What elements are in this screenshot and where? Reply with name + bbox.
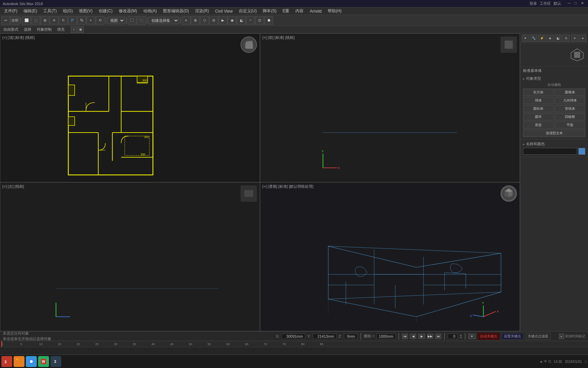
viewport-top[interactable]: [+] [顶] [标准] [线框] bbox=[0, 33, 260, 182]
menu-tools[interactable]: 工具(T) bbox=[40, 7, 59, 15]
pyramid-btn[interactable]: 四棱锥 bbox=[555, 113, 586, 121]
color-swatch[interactable] bbox=[578, 148, 585, 155]
xref-btn[interactable]: ⬢ bbox=[264, 16, 273, 25]
menu-e[interactable]: E重 bbox=[280, 7, 292, 15]
hierarchy-panel-btn[interactable]: ⚡ bbox=[538, 34, 545, 42]
curve-btn[interactable]: ~ bbox=[246, 16, 255, 25]
viewport-front[interactable]: [+] [前] [标准] [线框] X Y bbox=[260, 33, 520, 182]
frame-down-btn[interactable]: ▼ bbox=[460, 336, 462, 339]
taskbar-3dsmax-icon[interactable]: 3 bbox=[1, 356, 12, 367]
text-btn[interactable]: 加强型文本 bbox=[523, 129, 585, 137]
menu-file[interactable]: 文件(F) bbox=[1, 7, 20, 15]
undo-btn[interactable]: ↩ bbox=[1, 16, 10, 25]
help-btn[interactable]: 默认 bbox=[554, 1, 561, 6]
percent-btn[interactable]: % bbox=[77, 16, 86, 25]
menu-render[interactable]: 渲染(R) bbox=[192, 7, 212, 15]
show-desktop-btn[interactable]: □ bbox=[585, 360, 587, 364]
plane-btn[interactable]: 平面 bbox=[555, 121, 586, 129]
taskbar-chrome-icon[interactable] bbox=[26, 356, 37, 367]
login-btn[interactable]: 登录 bbox=[529, 1, 537, 6]
playhead[interactable] bbox=[1, 341, 2, 347]
viewport-left[interactable]: [+] [左] [线框] bbox=[0, 182, 260, 331]
view-select[interactable]: 视图 bbox=[107, 17, 125, 24]
play-first-btn[interactable]: ⏮ bbox=[402, 334, 408, 339]
menu-animation[interactable]: 动画(A) bbox=[141, 7, 160, 15]
taskbar-wps-icon[interactable]: W bbox=[38, 356, 49, 367]
cone-btn[interactable]: 圆锥体 bbox=[555, 89, 586, 96]
render-btn[interactable]: ▶ bbox=[218, 16, 227, 25]
timeline[interactable]: 0 5 10 15 20 25 30 35 40 45 50 55 60 65 … bbox=[0, 341, 588, 354]
taskbar-app5-icon[interactable]: 3 bbox=[50, 356, 61, 367]
tube-btn[interactable]: 管状体 bbox=[555, 105, 586, 112]
grid-value[interactable]: 1000mm bbox=[376, 334, 396, 339]
close-btn[interactable]: ✕ bbox=[579, 1, 585, 6]
display-panel-btn[interactable]: ⬕ bbox=[554, 34, 562, 42]
frame-up-btn[interactable]: ▲ bbox=[460, 334, 462, 336]
torus-btn[interactable]: 圆环 bbox=[523, 113, 554, 121]
motion-panel-btn[interactable]: ◈ bbox=[546, 34, 554, 42]
menu-custom[interactable]: 自定义(U) bbox=[236, 7, 260, 15]
play-next-btn[interactable]: ▶▶ bbox=[427, 334, 433, 339]
time-tag-icon[interactable]: ▸ bbox=[559, 334, 564, 339]
y-value[interactable]: 21413mm bbox=[313, 334, 337, 339]
workspace-btn[interactable]: 工作区 bbox=[540, 1, 551, 6]
frame-input[interactable]: 0 bbox=[447, 334, 458, 339]
panel-settings-btn[interactable]: ≡ bbox=[571, 34, 578, 42]
select-btn[interactable]: ⬜ bbox=[22, 16, 31, 25]
viewport-persp[interactable]: [+] [透视] [标准] [默认明暗处理] bbox=[260, 182, 520, 331]
menu-edit[interactable]: 编辑(E) bbox=[21, 7, 40, 15]
sphere-btn[interactable]: 球体 bbox=[523, 97, 554, 104]
teapot-btn[interactable]: 茶壶 bbox=[523, 121, 554, 129]
create-panel-btn[interactable]: ✦ bbox=[522, 34, 529, 42]
play-prev-btn[interactable]: ◀ bbox=[410, 334, 416, 339]
material-btn[interactable]: ◉ bbox=[228, 16, 236, 25]
menu-view[interactable]: 视图(V) bbox=[76, 7, 95, 15]
set-key-btn[interactable]: 设置关键点 bbox=[502, 333, 523, 340]
align-btn[interactable]: ⬛ bbox=[137, 16, 146, 25]
geosphere-btn[interactable]: 几何球体 bbox=[555, 97, 586, 104]
add-key-btn[interactable]: ✦ bbox=[468, 334, 476, 339]
reference-btn[interactable]: ⟲ bbox=[96, 16, 104, 25]
menu-create[interactable]: 创建(C) bbox=[96, 7, 115, 15]
play-last-btn[interactable]: ⏭ bbox=[435, 334, 441, 339]
menu-content[interactable]: 内容 bbox=[293, 7, 306, 15]
freeform-btn[interactable]: 自由形式 bbox=[1, 26, 20, 33]
mirror-btn[interactable]: ⛶ bbox=[128, 16, 136, 25]
scale-btn[interactable]: 3° bbox=[68, 16, 77, 25]
taskbar-explorer-icon[interactable] bbox=[14, 356, 24, 367]
menu-graph-editor[interactable]: 图形编辑器(D) bbox=[160, 7, 192, 15]
selection-btn[interactable]: 选择 bbox=[22, 26, 33, 33]
isolate-btn[interactable]: ⬡ bbox=[200, 16, 209, 25]
key-filter-btn[interactable]: 关键点过滤器 bbox=[525, 333, 551, 340]
modify-panel-btn[interactable]: 🔧 bbox=[530, 34, 537, 42]
populate-btn[interactable]: 填充 bbox=[55, 26, 67, 33]
menu-group[interactable]: 组(G) bbox=[60, 7, 76, 15]
auto-key-btn[interactable]: 自动关键点 bbox=[478, 333, 500, 340]
viewport-front-gizmo[interactable] bbox=[501, 36, 517, 53]
menu-civil[interactable]: Civil View bbox=[212, 8, 235, 14]
select-region-btn[interactable]: ⬚ bbox=[31, 16, 40, 25]
panel-expand-btn[interactable]: ▸ bbox=[579, 34, 587, 42]
menu-script[interactable]: 脚本(S) bbox=[260, 7, 279, 15]
paint-mode-btn2[interactable]: ▦ bbox=[78, 27, 84, 33]
select-mode-btn[interactable]: ⊞ bbox=[40, 16, 49, 25]
menu-modifier[interactable]: 修改器(M) bbox=[116, 7, 140, 15]
slate-btn[interactable]: ⬕ bbox=[237, 16, 246, 25]
render-setup-btn[interactable]: ⊟ bbox=[209, 16, 218, 25]
rotate-btn[interactable]: ↻ bbox=[59, 16, 68, 25]
name-color-title[interactable]: 名称和颜色 bbox=[523, 141, 585, 147]
viewport-top-gizmo[interactable] bbox=[241, 36, 257, 53]
z-value[interactable]: 0mm bbox=[344, 334, 358, 339]
grid-btn[interactable]: ⊞ bbox=[191, 16, 200, 25]
x-value[interactable]: 30091mm bbox=[281, 334, 305, 339]
minimize-btn[interactable]: ─ bbox=[567, 1, 572, 6]
create-select[interactable]: 创建选择集 bbox=[148, 17, 179, 24]
object-type-title[interactable]: 对象类型 bbox=[523, 76, 585, 81]
select-all-btn[interactable]: 全部 bbox=[11, 16, 19, 25]
maximize-btn[interactable]: □ bbox=[573, 1, 578, 6]
snap-btn[interactable]: ⌖ bbox=[86, 16, 95, 25]
timeline-ruler[interactable]: 0 5 10 15 20 25 30 35 40 45 50 55 60 65 … bbox=[0, 341, 588, 347]
paint-mode-btn[interactable]: ▪ bbox=[71, 27, 77, 33]
move-btn[interactable]: ✛ bbox=[50, 16, 59, 25]
viewport-left-gizmo[interactable] bbox=[241, 185, 257, 202]
